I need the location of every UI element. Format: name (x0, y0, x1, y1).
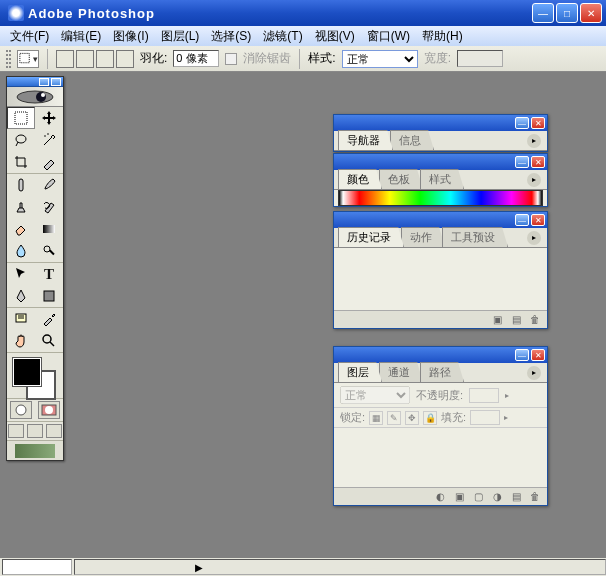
status-info-field[interactable]: ▶ (74, 559, 606, 575)
toolbox-close-button[interactable] (51, 78, 61, 86)
magic-wand-tool[interactable] (35, 129, 63, 151)
dodge-tool[interactable] (35, 240, 63, 262)
tab-color[interactable]: 颜色 (338, 169, 382, 189)
eraser-tool[interactable] (7, 218, 35, 240)
eyedropper-tool[interactable] (35, 308, 63, 330)
history-menu-button[interactable]: ▸ (527, 231, 541, 245)
tab-layers[interactable]: 图层 (338, 362, 382, 382)
navigator-close-button[interactable]: ✕ (531, 117, 545, 129)
color-menu-button[interactable]: ▸ (527, 173, 541, 187)
shape-tool[interactable] (35, 285, 63, 307)
quickmask-mode-button[interactable] (38, 401, 60, 419)
color-minimize-button[interactable]: — (515, 156, 529, 168)
tab-styles[interactable]: 样式 (420, 169, 464, 189)
selection-subtract-button[interactable] (96, 50, 114, 68)
adjustment-layer-button[interactable]: ◑ (489, 490, 505, 504)
crop-tool[interactable] (7, 151, 35, 173)
feather-input[interactable] (173, 50, 219, 67)
close-button[interactable]: ✕ (580, 3, 602, 23)
navigator-menu-button[interactable]: ▸ (527, 134, 541, 148)
lasso-tool[interactable] (7, 129, 35, 151)
quickmask-row (7, 398, 63, 421)
history-list[interactable] (334, 248, 547, 310)
menu-window[interactable]: 窗口(W) (361, 26, 416, 47)
menu-help[interactable]: 帮助(H) (416, 26, 469, 47)
history-snapshot-button[interactable]: ▣ (489, 313, 505, 327)
app-title: Adobe Photoshop (28, 6, 532, 21)
standard-mode-button[interactable] (10, 401, 32, 419)
path-selection-tool[interactable] (7, 263, 35, 285)
layers-menu-button[interactable]: ▸ (527, 366, 541, 380)
tab-tool-presets[interactable]: 工具预设 (442, 227, 508, 247)
screenmode-standard-button[interactable] (8, 424, 24, 438)
toolbox-titlebar[interactable] (7, 77, 63, 87)
color-spectrum[interactable] (338, 190, 543, 206)
options-grip[interactable] (6, 50, 11, 68)
navigator-minimize-button[interactable]: — (515, 117, 529, 129)
blend-mode-select: 正常 (340, 386, 410, 404)
selection-add-button[interactable] (76, 50, 94, 68)
navigator-titlebar[interactable]: — ✕ (334, 115, 547, 131)
status-menu-icon[interactable]: ▶ (195, 562, 203, 573)
svg-rect-9 (43, 225, 55, 233)
current-tool-icon[interactable]: ▾ (17, 50, 39, 68)
blur-tool[interactable] (7, 240, 35, 262)
style-select[interactable]: 正常 (342, 50, 418, 68)
slice-tool[interactable] (35, 151, 63, 173)
marquee-tool[interactable] (7, 107, 35, 129)
foreground-color-swatch[interactable] (13, 358, 41, 386)
hand-tool[interactable] (7, 330, 35, 352)
layers-minimize-button[interactable]: — (515, 349, 529, 361)
notes-tool[interactable] (7, 308, 35, 330)
layer-set-button[interactable]: ▢ (470, 490, 486, 504)
selection-intersect-button[interactable] (116, 50, 134, 68)
history-close-button[interactable]: ✕ (531, 214, 545, 226)
new-layer-button[interactable]: ▤ (508, 490, 524, 504)
screenmode-full-button[interactable] (46, 424, 62, 438)
menu-edit[interactable]: 编辑(E) (55, 26, 107, 47)
menu-select[interactable]: 选择(S) (205, 26, 257, 47)
color-titlebar[interactable]: — ✕ (334, 154, 547, 170)
layers-list[interactable] (334, 427, 547, 487)
color-close-button[interactable]: ✕ (531, 156, 545, 168)
menu-view[interactable]: 视图(V) (309, 26, 361, 47)
color-swatches (7, 353, 63, 398)
menu-layer[interactable]: 图层(L) (155, 26, 206, 47)
toolbox-minimize-button[interactable] (39, 78, 49, 86)
zoom-input[interactable] (2, 559, 72, 575)
layer-mask-button[interactable]: ▣ (451, 490, 467, 504)
screenmode-fullmenu-button[interactable] (27, 424, 43, 438)
pen-tool[interactable] (7, 285, 35, 307)
history-minimize-button[interactable]: — (515, 214, 529, 226)
jump-to-imageready[interactable] (7, 440, 63, 460)
menu-image[interactable]: 图像(I) (107, 26, 154, 47)
tab-channels[interactable]: 通道 (379, 362, 423, 382)
tab-navigator[interactable]: 导航器 (338, 130, 393, 150)
tab-paths[interactable]: 路径 (420, 362, 464, 382)
history-delete-button[interactable]: 🗑 (527, 313, 543, 327)
history-brush-tool[interactable] (35, 196, 63, 218)
brush-tool[interactable] (35, 174, 63, 196)
layers-close-button[interactable]: ✕ (531, 349, 545, 361)
move-tool[interactable] (35, 107, 63, 129)
layers-titlebar[interactable]: — ✕ (334, 347, 547, 363)
healing-brush-tool[interactable] (7, 174, 35, 196)
history-newdoc-button[interactable]: ▤ (508, 313, 524, 327)
selection-new-button[interactable] (56, 50, 74, 68)
tab-info[interactable]: 信息 (390, 130, 434, 150)
zoom-tool[interactable] (35, 330, 63, 352)
maximize-button[interactable]: □ (556, 3, 578, 23)
type-tool[interactable]: T (35, 263, 63, 285)
tab-actions[interactable]: 动作 (401, 227, 445, 247)
gradient-tool[interactable] (35, 218, 63, 240)
menu-file[interactable]: 文件(F) (4, 26, 55, 47)
history-titlebar[interactable]: — ✕ (334, 212, 547, 228)
layer-style-button[interactable]: ◐ (432, 490, 448, 504)
antialias-checkbox[interactable] (225, 53, 237, 65)
clone-stamp-tool[interactable] (7, 196, 35, 218)
delete-layer-button[interactable]: 🗑 (527, 490, 543, 504)
menu-filter[interactable]: 滤镜(T) (257, 26, 308, 47)
tab-history[interactable]: 历史记录 (338, 227, 404, 247)
tab-swatches[interactable]: 色板 (379, 169, 423, 189)
minimize-button[interactable]: — (532, 3, 554, 23)
